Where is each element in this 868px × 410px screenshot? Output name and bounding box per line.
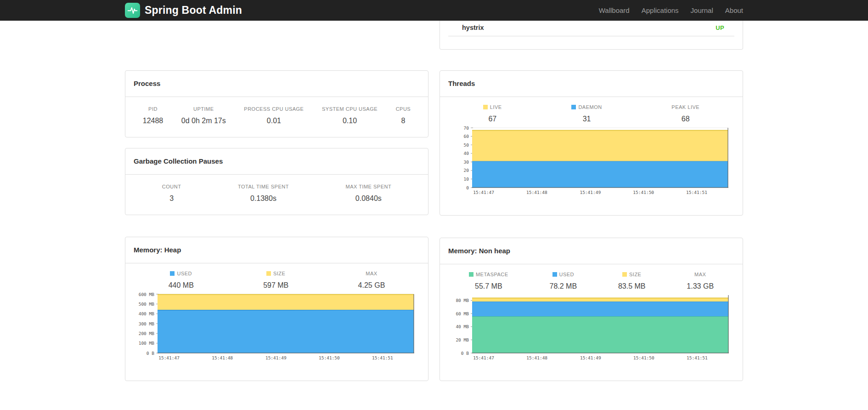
svg-text:60: 60 <box>464 134 469 139</box>
metric-value: 12488 <box>143 116 163 125</box>
metric-system-cpu-usage: SYSTEM CPU USAGE 0.10 <box>322 106 378 125</box>
svg-text:400 MB: 400 MB <box>139 311 155 316</box>
daemon-swatch-icon <box>571 105 576 109</box>
metric-gc-count: COUNT 3 <box>162 184 181 203</box>
nav-item-journal[interactable]: Journal <box>691 6 713 14</box>
svg-text:40 MB: 40 MB <box>456 324 469 329</box>
nav-item-wallboard[interactable]: Wallboard <box>599 6 630 14</box>
health-panel-fragment: hystrix UP <box>440 21 743 50</box>
metric-pid: PID 12488 <box>143 106 163 125</box>
legend-label: MAX <box>687 272 714 278</box>
metric-label: PID <box>143 106 163 112</box>
status-badge: UP <box>716 24 724 31</box>
svg-text:15:41:47: 15:41:47 <box>158 355 180 360</box>
legend-item-metaspace: METASPACE 55.7 MB <box>469 272 508 290</box>
svg-text:15:41:51: 15:41:51 <box>372 355 393 360</box>
svg-text:20: 20 <box>464 168 469 173</box>
health-panel-spacer <box>448 36 734 49</box>
svg-text:15:41:50: 15:41:50 <box>319 355 340 360</box>
used-swatch-icon <box>170 271 175 276</box>
legend-value: 31 <box>571 114 602 123</box>
svg-text:15:41:50: 15:41:50 <box>633 190 654 195</box>
svg-text:15:41:50: 15:41:50 <box>633 355 654 360</box>
legend-item-size: SIZE 83.5 MB <box>618 272 646 290</box>
metric-gc-max-time: MAX TIME SPENT 0.0840s <box>345 184 391 203</box>
legend-label: USED <box>549 272 577 278</box>
live-swatch-icon <box>483 105 488 109</box>
legend-item-peak-live: PEAK LIVE 68 <box>671 104 699 123</box>
metric-label: MAX TIME SPENT <box>345 184 391 190</box>
memory-nonheap-panel-title: Memory: Non heap <box>440 238 743 264</box>
legend-item-daemon: DAEMON 31 <box>571 104 602 123</box>
legend-item-used: USED 78.2 MB <box>549 272 577 290</box>
size-swatch-icon <box>622 272 627 277</box>
navbar-links: Wallboard Applications Journal About <box>599 6 743 14</box>
process-panel-title: Process <box>125 71 428 97</box>
metric-value: 3 <box>162 194 181 203</box>
svg-text:10: 10 <box>464 177 469 182</box>
legend-value: 4.25 GB <box>358 281 385 290</box>
size-swatch-icon <box>266 271 271 276</box>
threads-panel-title: Threads <box>440 71 743 97</box>
process-panel: Process PID 12488 UPTIME 0d 0h 2m 17s PR… <box>125 70 428 137</box>
svg-text:0: 0 <box>466 185 469 190</box>
metric-label: PROCESS CPU USAGE <box>244 106 304 112</box>
svg-text:15:41:47: 15:41:47 <box>473 355 494 360</box>
svg-text:15:41:49: 15:41:49 <box>580 190 601 195</box>
metric-value: 0.0840s <box>345 194 391 203</box>
metric-value: 0.10 <box>322 116 378 125</box>
legend-value: 1.33 GB <box>687 282 714 290</box>
metric-label: TOTAL TIME SPENT <box>238 184 289 190</box>
metric-label: COUNT <box>162 184 181 190</box>
brand-link[interactable]: Spring Boot Admin <box>125 3 242 18</box>
legend-value: 78.2 MB <box>549 282 577 290</box>
gc-panel-title: Garbage Collection Pauses <box>125 148 428 175</box>
legend-value: 83.5 MB <box>618 282 646 290</box>
metric-label: UPTIME <box>181 106 226 112</box>
threads-chart: 01020304050607015:41:4715:41:4815:41:491… <box>440 123 743 215</box>
svg-text:200 MB: 200 MB <box>139 331 155 336</box>
metric-value: 0d 0h 2m 17s <box>181 116 226 125</box>
legend-item-max: MAX 1.33 GB <box>687 272 714 290</box>
legend-item-max: MAX 4.25 GB <box>358 271 385 290</box>
svg-text:15:41:49: 15:41:49 <box>580 355 601 360</box>
metric-label: SYSTEM CPU USAGE <box>322 106 378 112</box>
left-column: Process PID 12488 UPTIME 0d 0h 2m 17s PR… <box>125 21 428 381</box>
heap-chart-svg: 0 B100 MB200 MB300 MB400 MB500 MB600 MB1… <box>132 292 417 362</box>
legend-value: 67 <box>483 114 502 123</box>
memory-heap-legend: USED 440 MB SIZE 597 MB MAX 4.25 GB <box>125 263 428 290</box>
nav-item-applications[interactable]: Applications <box>642 6 679 14</box>
memory-heap-panel-title: Memory: Heap <box>125 237 428 263</box>
svg-text:20 MB: 20 MB <box>456 337 469 342</box>
legend-value: 68 <box>671 114 699 123</box>
svg-text:80 MB: 80 MB <box>456 298 469 303</box>
legend-label: MAX <box>358 271 385 277</box>
memory-heap-chart: 0 B100 MB200 MB300 MB400 MB500 MB600 MB1… <box>125 290 428 381</box>
svg-text:100 MB: 100 MB <box>139 341 155 346</box>
gc-pauses-panel: Garbage Collection Pauses COUNT 3 TOTAL … <box>125 148 428 215</box>
health-row-hystrix: hystrix UP <box>448 21 734 36</box>
used-swatch-icon <box>552 272 557 277</box>
nav-item-about[interactable]: About <box>725 6 743 14</box>
svg-text:15:41:49: 15:41:49 <box>265 355 287 360</box>
svg-text:15:41:48: 15:41:48 <box>526 190 547 195</box>
metric-process-cpu-usage: PROCESS CPU USAGE 0.01 <box>244 106 304 125</box>
svg-text:0 B: 0 B <box>461 351 469 356</box>
svg-text:15:41:51: 15:41:51 <box>686 190 707 195</box>
health-service-name: hystrix <box>462 24 484 31</box>
process-metrics: PID 12488 UPTIME 0d 0h 2m 17s PROCESS CP… <box>125 97 428 137</box>
legend-label: SIZE <box>618 272 646 278</box>
memory-nonheap-chart: 0 B20 MB40 MB60 MB80 MB15:41:4715:41:481… <box>440 290 743 381</box>
memory-nonheap-legend: METASPACE 55.7 MB USED 78.2 MB SIZE 83.5… <box>440 264 743 290</box>
threads-legend: LIVE 67 DAEMON 31 PEAK LIVE 68 <box>440 97 743 123</box>
svg-text:600 MB: 600 MB <box>139 292 155 297</box>
top-navbar: Spring Boot Admin Wallboard Applications… <box>0 0 868 21</box>
metaspace-swatch-icon <box>469 272 473 277</box>
threads-chart-svg: 01020304050607015:41:4715:41:4815:41:491… <box>446 126 732 197</box>
threads-panel: Threads LIVE 67 DAEMON 31 PEAK LIVE 68 <box>440 70 743 216</box>
legend-value: 55.7 MB <box>469 282 508 290</box>
brand-title: Spring Boot Admin <box>145 4 242 17</box>
svg-text:15:41:51: 15:41:51 <box>687 355 708 360</box>
metric-value: 0.1380s <box>238 194 289 203</box>
metric-label: CPUS <box>396 106 411 112</box>
